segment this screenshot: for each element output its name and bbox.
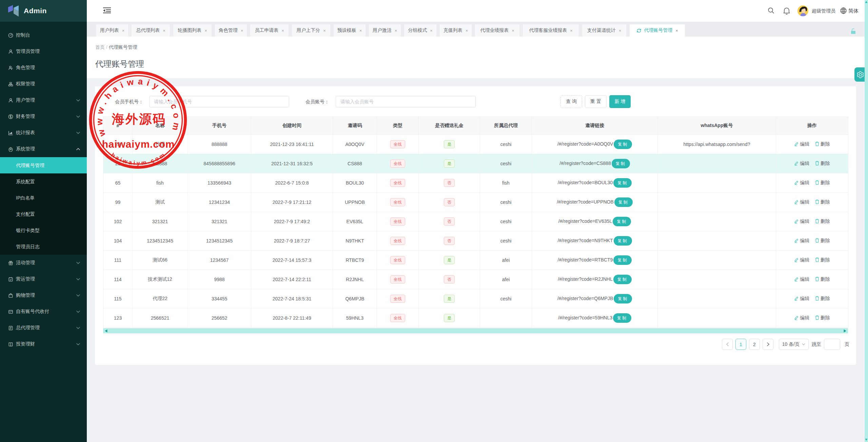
svg-text:www.haiwaiym.com: www.haiwaiym.com: [95, 76, 182, 138]
svg-text:haiwaiym.com: haiwaiym.com: [102, 139, 175, 150]
svg-text:海外源码: 海外源码: [112, 112, 166, 126]
